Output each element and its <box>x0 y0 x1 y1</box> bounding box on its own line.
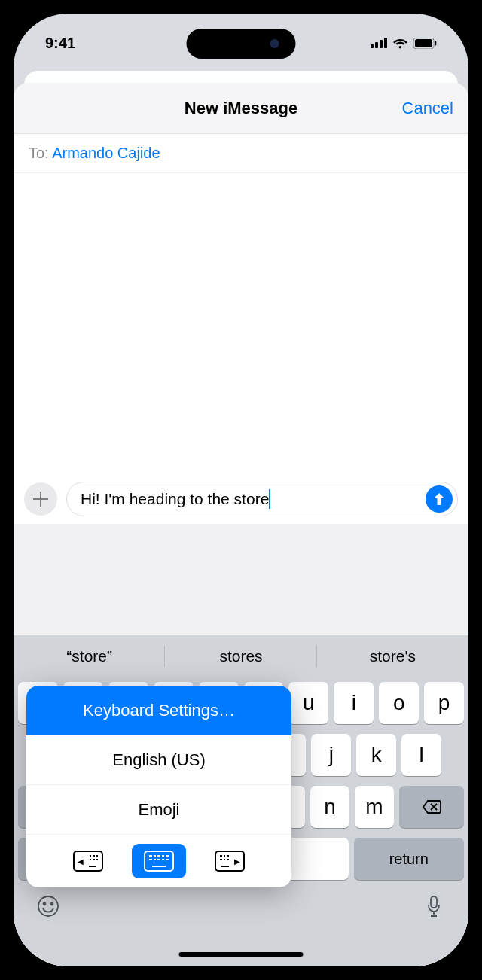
keyboard-english-item[interactable]: English (US) <box>26 735 291 785</box>
text-cursor <box>269 489 270 509</box>
to-field[interactable]: To: Armando Cajide <box>14 134 468 173</box>
phone-frame: 9:41 New iMessage Cancel To: Armando Caj… <box>0 0 482 980</box>
add-attachment-button[interactable] <box>24 482 57 516</box>
send-button[interactable] <box>426 485 453 513</box>
keyboard-full-icon <box>144 851 174 872</box>
svg-point-8 <box>44 903 46 905</box>
suggestion-1[interactable]: “store” <box>14 635 165 677</box>
svg-rect-5 <box>415 39 432 47</box>
dictation-button[interactable] <box>420 893 447 920</box>
message-body[interactable] <box>14 173 468 474</box>
plus-icon <box>33 492 48 507</box>
svg-rect-3 <box>384 38 387 48</box>
return-key[interactable]: return <box>354 838 464 880</box>
keyboard-settings-item[interactable]: Keyboard Settings… <box>26 686 291 735</box>
keyboard-emoji-item[interactable]: Emoji <box>26 785 291 835</box>
cellular-icon <box>371 38 387 48</box>
compose-bar: Hi! I'm heading to the store <box>14 474 468 524</box>
suggestion-3[interactable]: store's <box>317 635 468 677</box>
cancel-button[interactable]: Cancel <box>402 99 453 118</box>
key-o[interactable]: o <box>379 682 419 724</box>
svg-rect-6 <box>435 41 437 45</box>
keyboard-layout-right-button[interactable] <box>203 844 257 878</box>
home-indicator[interactable] <box>179 952 304 957</box>
dynamic-island <box>187 29 296 59</box>
key-j[interactable]: j <box>311 734 351 776</box>
message-text: Hi! I'm heading to the store <box>81 490 269 508</box>
svg-rect-2 <box>380 40 383 48</box>
keyboard-layout-full-button[interactable] <box>132 844 186 878</box>
keyboard-switcher-menu: Keyboard Settings… English (US) Emoji <box>26 686 291 887</box>
microphone-icon <box>426 895 441 918</box>
key-m[interactable]: m <box>355 786 394 828</box>
key-k[interactable]: k <box>356 734 396 776</box>
svg-rect-1 <box>375 42 378 48</box>
message-input[interactable]: Hi! I'm heading to the store <box>66 482 458 516</box>
emoji-button[interactable] <box>35 893 62 920</box>
svg-rect-0 <box>371 44 374 48</box>
sheet-title: New iMessage <box>185 99 297 118</box>
battery-icon <box>413 38 437 49</box>
to-label: To: <box>29 145 49 161</box>
emoji-icon <box>36 894 60 918</box>
svg-rect-10 <box>431 896 437 908</box>
arrow-up-icon <box>432 492 446 507</box>
key-i[interactable]: i <box>334 682 374 724</box>
svg-point-7 <box>38 896 58 916</box>
key-p[interactable]: p <box>424 682 464 724</box>
suggestion-2[interactable]: stores <box>165 635 316 677</box>
keyboard-onehanded-left-icon <box>73 851 103 872</box>
suggestions-bar: “store” stores store's <box>14 635 468 677</box>
sheet-header: New iMessage Cancel <box>14 83 468 134</box>
status-time: 9:41 <box>45 35 75 52</box>
key-n[interactable]: n <box>310 786 349 828</box>
backspace-icon <box>422 799 442 814</box>
svg-point-9 <box>51 903 53 905</box>
keyboard-layout-row <box>26 835 291 887</box>
keyboard-onehanded-right-icon <box>215 851 245 872</box>
status-icons <box>371 38 437 49</box>
wifi-icon <box>392 38 408 49</box>
key-l[interactable]: l <box>401 734 441 776</box>
key-u[interactable]: u <box>288 682 328 724</box>
compose-sheet: New iMessage Cancel To: Armando Cajide H… <box>14 83 468 966</box>
to-recipient[interactable]: Armando Cajide <box>52 145 160 161</box>
backspace-key[interactable] <box>399 786 464 828</box>
phone-screen: 9:41 New iMessage Cancel To: Armando Caj… <box>14 14 468 966</box>
keyboard-layout-left-button[interactable] <box>61 844 115 878</box>
